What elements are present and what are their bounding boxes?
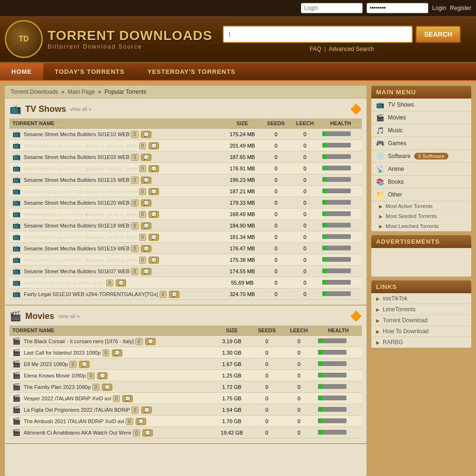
torrent-link[interactable]: 45TORRENTGALAXYTGX Builders S01E16 WEB (24, 189, 137, 194)
torrent-link[interactable]: La Figlia Del Prigioniero 2022 iTALiAN B… (24, 407, 130, 413)
badge: 0 (133, 429, 140, 436)
nav-home[interactable]: HOME (0, 63, 43, 80)
torrent-link[interactable]: Sesame Street Mecha Builders S01E19 WEB (24, 246, 129, 251)
comment-button[interactable]: 💬 (149, 165, 159, 172)
comment-button[interactable]: 💬 (145, 338, 156, 345)
torrent-link[interactable]: Elena Knows Movie 1080p (24, 373, 86, 378)
torrent-link[interactable]: 45TORRENTGALAXYTGX Builders S01E01 WEB (24, 144, 137, 149)
torrent-link[interactable]: Elf Me 2023 1080p (24, 361, 68, 367)
faq-link[interactable]: FAQ (310, 46, 321, 52)
comment-button[interactable]: 💬 (149, 211, 159, 218)
comment-button[interactable]: 💬 (97, 372, 108, 379)
link-ssstiktok[interactable]: sssTikTok (383, 295, 407, 302)
torrent-link[interactable]: Last Call for Istanbul 2023 1080p (24, 350, 100, 356)
torrent-link[interactable]: Sesame Street Mecha Builders S01E20 WEB (24, 200, 129, 206)
link-how-to-download[interactable]: How To Download (383, 328, 429, 335)
comment-button[interactable]: 💬 (141, 268, 151, 275)
movie-row-icon: 🎬 (12, 417, 20, 425)
link-rarbg[interactable]: RARBG (383, 339, 403, 346)
badge: 0 (139, 234, 147, 241)
breadcrumb-main[interactable]: Main Page (68, 89, 95, 95)
comment-button[interactable]: 💬 (149, 234, 159, 241)
nav-todays-torrents[interactable]: TODAY'S TORRENTS (43, 63, 136, 80)
size-cell: 324.70 MB (223, 288, 262, 300)
size-cell: 1.25 GB (213, 370, 251, 381)
sidebar-item-anime[interactable]: 📡 Anime (371, 163, 471, 176)
health-cell (315, 336, 362, 347)
sidebar-item-software[interactable]: 💿 Software 3 Software (371, 150, 471, 163)
torrent-link[interactable]: 4WORNEYGALS01E04 WEB x264- (24, 281, 105, 286)
sidebar-item-tv-shows[interactable]: 📺 TV Shows (371, 99, 471, 111)
anime-menu-label: Anime (388, 166, 404, 172)
torrent-link[interactable]: Sesame Street Mecha Builders S01E03 WEB (24, 154, 129, 160)
search-input[interactable] (223, 26, 413, 43)
sidebar-item-music[interactable]: 🎵 Music (371, 124, 471, 137)
table-row: 📺 Fairly Legal S01E10 WEB x264-TORRENTGA… (10, 288, 362, 300)
sidebar-item-movies[interactable]: 🎬 Movies (371, 111, 471, 124)
seeds-cell: 0 (251, 358, 283, 370)
breadcrumb-home[interactable]: Torrent Downloads (10, 89, 58, 95)
comment-button[interactable]: 💬 (102, 384, 112, 391)
comment-button[interactable]: 💬 (149, 188, 159, 195)
login-link[interactable]: Login (432, 5, 446, 11)
sidebar-most-leeched[interactable]: ▶ Most Leeched Torrents (371, 221, 471, 231)
torrent-link[interactable]: 45TORRENTGALAXYTGX Builders S01E21 WEB (24, 235, 137, 240)
sidebar-item-games[interactable]: 🎮 Games (371, 137, 471, 150)
comment-button[interactable]: 💬 (141, 222, 151, 229)
comment-button[interactable]: 💬 (112, 349, 122, 357)
comment-button[interactable]: 💬 (141, 177, 151, 184)
comment-button[interactable]: 💬 (149, 257, 159, 264)
movies-rss-icon[interactable]: 🔶 (350, 310, 362, 322)
torrent-link[interactable]: Sesame Street Mecha Builders S01E10 WEB (24, 131, 129, 137)
comment-button[interactable]: 💬 (141, 154, 151, 161)
sidebar-most-seeded[interactable]: ▶ Most Seeded Torrents (371, 211, 471, 221)
comment-button[interactable]: 💬 (149, 142, 159, 149)
register-link[interactable]: Register (450, 5, 471, 11)
link-limetorrents[interactable]: LimeTorrents (383, 306, 416, 313)
comment-button[interactable]: 💬 (116, 279, 126, 287)
torrent-link[interactable]: The Ambush 2021 iTALiAN BDRiP XviD avi (24, 418, 124, 424)
comment-button[interactable]: 💬 (169, 291, 179, 298)
search-button[interactable]: SEARCH (416, 26, 461, 43)
nav-yesterdays-torrents[interactable]: YESTERDAY'S TORRENTS (136, 63, 247, 80)
torrent-link[interactable]: Fairly Legal S01E10 WEB x264-TORRENTGALA… (24, 291, 158, 297)
torrent-link[interactable]: 45TORRENTGALAXYTGX Builders S01E17 WEB (24, 212, 137, 217)
seeds-cell: 0 (261, 231, 290, 243)
movies-view-all[interactable]: view all » (58, 313, 79, 319)
tv-row-icon: 📺 (12, 244, 20, 252)
torrent-link[interactable]: 45TORRENTGALAXYTGX Builders S01E02 WEB (24, 167, 137, 171)
password-input[interactable] (367, 3, 428, 13)
search-links: FAQ | Advanced Search (310, 46, 374, 52)
size-cell: 55.69 MB (223, 277, 262, 288)
tv-shows-rss-icon[interactable]: 🔶 (350, 103, 362, 115)
torrent-link[interactable]: The Black Corsair - Il corsaro nero [197… (24, 338, 134, 344)
torrent-link[interactable]: Sesame Street Mecha Builders S01E07 WEB (24, 268, 129, 274)
comment-button[interactable]: 💬 (141, 131, 151, 138)
link-torrent-download[interactable]: Torrent Download (383, 317, 427, 324)
sidebar-item-books[interactable]: 📚 Books (371, 176, 471, 188)
tv-shows-view-all[interactable]: view all » (70, 106, 91, 112)
torrent-link[interactable]: Sesame Street Mecha Builders S01E18 WEB (24, 223, 129, 228)
torrent-link[interactable]: The Family Plan 2023 1080p (24, 384, 91, 390)
comment-button[interactable]: 💬 (122, 395, 133, 402)
advanced-search-link[interactable]: Advanced Search (329, 46, 374, 52)
torrent-link[interactable]: Sesame Street Mecha Builders S01E15 WEB (24, 177, 129, 183)
comment-button[interactable]: 💬 (79, 361, 89, 368)
health-fill (322, 166, 327, 170)
torrent-link[interactable]: Vesper 2022 iTALiAN BDRiP XviD avi (24, 396, 111, 401)
sidebar-most-active[interactable]: ▶ Most Active Torrents (371, 201, 471, 211)
comment-button[interactable]: 💬 (141, 407, 152, 414)
other-menu-icon: 📁 (376, 191, 384, 198)
comment-button[interactable]: 💬 (142, 429, 153, 436)
login-input[interactable] (301, 3, 363, 13)
torrent-link[interactable]: Altrimenti Ci Arrabbiamo AKA Watch Out W… (23, 430, 131, 436)
comment-button[interactable]: 💬 (136, 418, 146, 425)
health-cell (319, 197, 362, 208)
comment-button[interactable]: 💬 (141, 199, 151, 207)
comment-button[interactable]: 💬 (141, 245, 151, 252)
size-cell: 175.38 MB (223, 254, 262, 266)
sidebar-item-other[interactable]: 📁 Other (371, 188, 471, 201)
badge: 0 (131, 199, 139, 207)
torrent-link[interactable]: 45TORRENTGALAXYTGX Builders S01E22 WEB (24, 258, 137, 263)
most-active-label: Most Active Torrents (386, 203, 433, 209)
